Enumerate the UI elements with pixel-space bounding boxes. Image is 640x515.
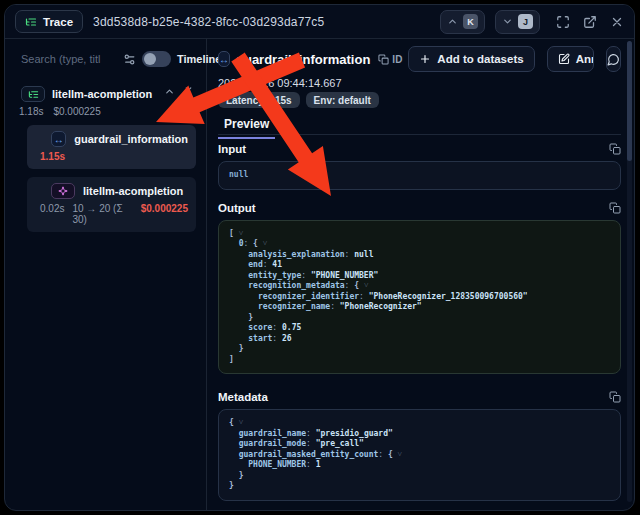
generation-latency: 0.02s: [40, 203, 64, 225]
sparkles-icon: [58, 186, 68, 196]
generation-type-icon: [51, 183, 75, 199]
output-code-block: [ ˅ 0: { ˅ analysis_explanation: null en…: [218, 220, 621, 375]
span-latency: 1.15s: [40, 151, 65, 162]
id-label: ID: [392, 54, 402, 65]
search-row: Timeline: [15, 48, 198, 70]
copy-output-button[interactable]: [609, 202, 621, 214]
copy-icon: [609, 143, 621, 155]
tree-root-stats: 1.18s $0.000225: [15, 106, 198, 117]
generation-label: litellm-acompletion: [83, 185, 183, 197]
span-label: guardrail_information: [74, 133, 188, 145]
sliders-icon: [123, 53, 136, 66]
tab-preview[interactable]: Preview: [218, 117, 275, 139]
copy-icon: [378, 54, 389, 65]
shortcut-key-k: K: [463, 14, 478, 29]
span-type-icon: ↔: [218, 51, 230, 67]
annotate-pen-icon: [558, 53, 570, 65]
root-latency: 1.18s: [19, 106, 43, 117]
external-link-icon: [583, 15, 597, 29]
tree-root-row[interactable]: litellm-acompletion: [15, 86, 198, 102]
metadata-section-header: Metadata: [218, 390, 621, 404]
previous-item-button[interactable]: K: [440, 10, 485, 34]
metadata-code-block: { ˅ guardrail_name: "presidio_guard" gua…: [218, 409, 621, 501]
detail-panel: ↔ guardrail_information ID Add to datase…: [207, 39, 634, 510]
topbar-icon-group: [556, 15, 624, 29]
input-label: Input: [218, 143, 246, 155]
page-title: guardrail_information: [236, 52, 370, 67]
open-external-button[interactable]: [583, 15, 597, 29]
copy-icon: [609, 202, 621, 214]
output-label: Output: [218, 202, 256, 214]
maximize-icon: [556, 15, 570, 29]
copy-metadata-button[interactable]: [609, 391, 621, 403]
toggle-knob: [144, 53, 156, 65]
list-tree-icon: [25, 16, 37, 28]
timeline-toggle[interactable]: [142, 51, 171, 67]
copy-icon: [609, 391, 621, 403]
tree-item-litellm-acompletion[interactable]: litellm-acompletion 0.02s 10 → 20 (Σ 30)…: [27, 177, 196, 232]
root-cost: $0.000225: [53, 106, 100, 117]
topbar: Trace 3dd538d8-b25e-4382-8fcc-03d293da77…: [5, 5, 634, 39]
env-badge: Env: default: [306, 92, 379, 108]
collapse-all-button[interactable]: [183, 86, 194, 97]
tree-root-label: litellm-acompletion: [52, 88, 152, 100]
comment-bubble-icon: [607, 53, 620, 66]
maximize-button[interactable]: [556, 15, 570, 29]
input-section-header: Input: [218, 142, 621, 156]
scrollbar-thumb[interactable]: [627, 41, 632, 161]
add-to-datasets-label: Add to datasets: [437, 53, 523, 65]
scroll-to-top-button[interactable]: [164, 86, 175, 97]
chevron-up-icon: [447, 16, 458, 27]
timestamp: 2025-05-16 09:44:14.667: [218, 77, 621, 89]
trace-id: 3dd538d8-b25e-4382-8fcc-03d293da77c5: [93, 15, 430, 29]
span-type-icon: ↔: [51, 131, 66, 147]
detail-header: ↔ guardrail_information ID Add to datase…: [218, 46, 621, 72]
badge-row: Latency 1.15s Env: default: [218, 92, 621, 108]
comments-button[interactable]: [606, 46, 621, 72]
generation-tokens: 10 → 20 (Σ 30): [72, 203, 132, 225]
chevron-up-icon: [164, 86, 175, 97]
trace-detail-window: Trace 3dd538d8-b25e-4382-8fcc-03d293da77…: [4, 4, 635, 511]
close-icon: [610, 15, 624, 29]
annotate-button[interactable]: Annotate: [548, 47, 594, 71]
tab-bar: Preview: [218, 114, 621, 135]
span-tree-sidebar: Timeline litellm-acompletion 1.: [5, 39, 207, 510]
filter-settings-button[interactable]: [123, 53, 136, 66]
copy-id-button[interactable]: ID: [378, 54, 402, 65]
trace-type-pill: [21, 86, 45, 102]
latency-badge: Latency 1.15s: [218, 92, 300, 108]
chevron-down-icon: [502, 16, 513, 27]
annotate-split-button: Annotate: [547, 46, 594, 72]
tree-actions: [164, 86, 194, 97]
next-item-button[interactable]: J: [495, 10, 540, 34]
copy-input-button[interactable]: [609, 143, 621, 155]
shortcut-key-j: J: [518, 14, 533, 29]
generation-cost: $0.000225: [141, 203, 188, 225]
search-input[interactable]: [21, 53, 117, 65]
collapse-all-icon: [183, 86, 194, 97]
close-button[interactable]: [610, 15, 624, 29]
metadata-label: Metadata: [218, 391, 268, 403]
scrollbar-track[interactable]: [627, 41, 632, 502]
list-tree-icon: [28, 89, 39, 100]
add-to-datasets-button[interactable]: Add to datasets: [408, 46, 534, 72]
annotate-label: Annotate: [576, 53, 594, 65]
plus-icon: [419, 53, 431, 65]
tree-item-guardrail-information[interactable]: ↔ guardrail_information 1.15s: [27, 125, 196, 169]
output-section-header: Output: [218, 201, 621, 215]
trace-badge-label: Trace: [43, 16, 73, 28]
trace-badge: Trace: [15, 10, 83, 33]
input-code-block: null: [218, 161, 621, 190]
